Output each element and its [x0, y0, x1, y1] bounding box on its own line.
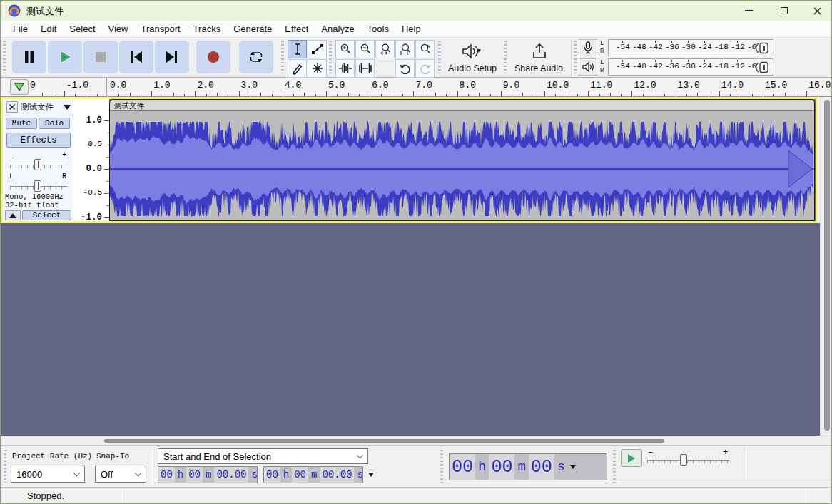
menu-bar: File Edit Select View Transport Tracks G… — [1, 21, 832, 38]
maximize-button[interactable] — [768, 1, 800, 21]
solo-button[interactable]: Solo — [39, 118, 70, 129]
minutes-value[interactable]: 00 — [489, 454, 514, 480]
close-button[interactable] — [801, 1, 832, 21]
playback-meter[interactable]: -54-48-42-36-30-24-18-12-6 — [608, 58, 773, 76]
time-toolbar-grip[interactable] — [440, 450, 443, 483]
seconds-value[interactable]: 00.00 — [320, 467, 354, 483]
multi-tool-button[interactable] — [308, 59, 327, 78]
share-audio-button[interactable]: Share Audio — [509, 39, 569, 76]
stop-icon — [95, 51, 106, 63]
ruler-label: 16.0 — [808, 80, 831, 91]
track-menu-dropdown-icon[interactable] — [64, 105, 71, 110]
vertical-scale-ruler[interactable]: 1.00.50.0-0.5-1.0 — [73, 99, 109, 221]
transport-toolbar-grip[interactable] — [3, 41, 6, 73]
chevron-down-icon[interactable] — [570, 465, 576, 469]
waveform[interactable] — [110, 111, 814, 220]
track-select-button[interactable]: Select — [22, 210, 71, 220]
redo-button[interactable] — [415, 59, 435, 78]
menu-effect[interactable]: Effect — [278, 24, 315, 34]
skip-to-start-button[interactable] — [119, 41, 153, 73]
vertical-scrollbar[interactable] — [820, 97, 832, 436]
effects-button[interactable]: Effects — [6, 133, 71, 148]
play-at-speed-button[interactable] — [621, 449, 642, 467]
snap-to-combo[interactable]: Off — [95, 466, 146, 483]
mute-button[interactable]: Mute — [6, 118, 37, 129]
vertical-scrollbar-thumb[interactable] — [824, 100, 830, 431]
audio-position-time[interactable]: 00 h 00 m 00 s — [449, 453, 607, 480]
minutes-value[interactable]: 00 — [186, 467, 203, 483]
menu-generate[interactable]: Generate — [227, 24, 278, 34]
skip-to-end-button[interactable] — [155, 41, 189, 73]
chevron-down-icon[interactable] — [368, 473, 374, 477]
timeline-ruler[interactable]: 0-1.00.01.02.03.04.05.06.07.08.09.010.01… — [1, 78, 832, 97]
selection-tool-button[interactable] — [288, 40, 307, 58]
share-audio-toolbar-grip[interactable] — [504, 41, 507, 73]
record-button[interactable] — [196, 41, 230, 73]
audio-clip[interactable]: 测试文件 — [109, 99, 815, 221]
selection-mode-combo[interactable]: Start and End of Selection — [158, 448, 368, 464]
ruler-tick — [709, 94, 709, 96]
meter-toolbar-grip[interactable] — [574, 41, 577, 73]
audio-setup-button[interactable]: Audio Setup — [443, 39, 502, 76]
menu-file[interactable]: File — [6, 24, 34, 34]
zoom-toggle-button[interactable] — [415, 40, 435, 58]
recording-meter[interactable]: -54-48-42-36-30-24-18-12-6 — [608, 39, 773, 56]
menu-help[interactable]: Help — [395, 24, 427, 34]
silence-selection-button[interactable] — [355, 59, 375, 78]
seconds-value[interactable]: 00.00 — [214, 467, 248, 483]
play-button[interactable] — [48, 41, 82, 73]
seconds-unit: s — [354, 469, 365, 480]
seconds-value[interactable]: 00 — [529, 454, 554, 480]
minimize-button[interactable] — [733, 1, 764, 21]
menu-analyze[interactable]: Analyze — [315, 24, 360, 34]
fit-selection-button[interactable] — [375, 40, 395, 58]
audio-setup-label: Audio Setup — [443, 63, 502, 73]
minutes-value[interactable]: 00 — [292, 467, 308, 483]
project-rate-combo[interactable]: 16000 — [11, 466, 85, 483]
gain-slider-thumb[interactable] — [34, 159, 41, 170]
track-collapse-button[interactable] — [5, 210, 21, 220]
selection-end-time[interactable]: 00 h 00 m 00.00 s — [263, 466, 363, 483]
menu-select[interactable]: Select — [63, 24, 101, 34]
ruler-tick — [108, 91, 108, 96]
ruler-tick — [567, 93, 567, 96]
horizontal-scrollbar-thumb[interactable] — [104, 439, 664, 443]
hours-value[interactable]: 00 — [450, 454, 475, 480]
menu-view[interactable]: View — [102, 24, 135, 34]
menu-tracks[interactable]: Tracks — [187, 24, 228, 34]
chevron-down-icon — [357, 452, 364, 459]
record-meter-mic-button[interactable] — [579, 39, 597, 56]
horizontal-scrollbar[interactable] — [1, 436, 832, 445]
track-close-button[interactable] — [6, 101, 18, 113]
redo-icon — [419, 63, 432, 74]
stop-button[interactable] — [83, 41, 118, 73]
selection-start-time[interactable]: 00 h 00 m 00.00 s — [158, 466, 258, 483]
minutes-unit: m — [203, 469, 214, 480]
speed-slider-thumb[interactable] — [680, 454, 687, 466]
undo-button[interactable] — [395, 59, 415, 78]
selection-toolbar-grip[interactable] — [4, 450, 6, 483]
hours-value[interactable]: 00 — [158, 467, 175, 483]
play-at-speed-toolbar-grip[interactable] — [613, 450, 616, 483]
loop-button[interactable] — [239, 41, 273, 73]
pause-button[interactable] — [12, 41, 46, 73]
menu-transport[interactable]: Transport — [134, 24, 186, 34]
title-bar[interactable]: 测试文件 — [1, 1, 832, 21]
track-name[interactable]: 测试文件 — [21, 102, 54, 113]
draw-tool-button[interactable] — [288, 59, 307, 78]
audio-setup-toolbar-grip[interactable] — [438, 41, 441, 73]
trim-outside-selection-button[interactable] — [335, 59, 355, 78]
menu-tools[interactable]: Tools — [361, 24, 395, 34]
envelope-tool-button[interactable] — [308, 40, 327, 58]
pan-slider-thumb[interactable] — [34, 180, 41, 192]
play-meter-speaker-button[interactable] — [579, 58, 597, 76]
tools-toolbar-grip[interactable] — [281, 41, 284, 73]
clip-title-bar[interactable]: 测试文件 — [110, 100, 814, 111]
zoom-in-button[interactable] — [335, 40, 355, 58]
edit-toolbar-grip[interactable] — [329, 41, 332, 73]
fit-project-button[interactable] — [395, 40, 415, 58]
zoom-out-button[interactable] — [355, 40, 375, 58]
menu-edit[interactable]: Edit — [34, 24, 63, 34]
hours-value[interactable]: 00 — [264, 467, 280, 483]
timeline-pin-button[interactable] — [10, 79, 29, 95]
